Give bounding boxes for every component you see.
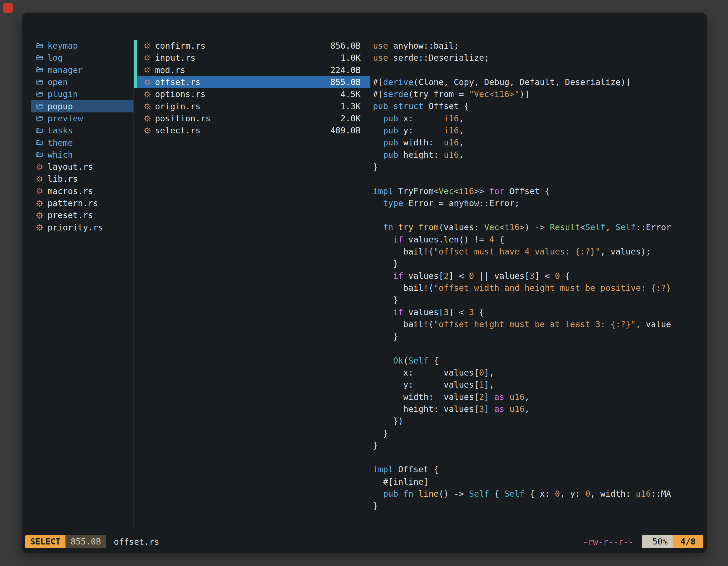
parent-item-theme[interactable]: theme [31, 137, 133, 149]
code-line: if values[3] < 3 { [373, 306, 707, 318]
file-row-mod.rs[interactable]: mod.rs224.0B [137, 64, 370, 76]
code-line: use anyhow::bail; [373, 40, 707, 52]
file-name: which [48, 150, 73, 160]
file-name: open [48, 77, 68, 87]
selection-mark [134, 76, 137, 88]
parent-item-open[interactable]: open [31, 76, 133, 88]
recording-indicator [3, 3, 13, 13]
file-name: priority.rs [48, 223, 103, 233]
code-line: pub struct Offset { [373, 100, 707, 112]
file-row-origin.rs[interactable]: origin.rs1.3K [137, 100, 370, 112]
parent-item-lib.rs[interactable]: lib.rs [31, 173, 133, 185]
status-filename: offset.rs [114, 537, 159, 547]
code-line: } [373, 294, 707, 306]
selection-mark [134, 64, 137, 76]
code-line: } [373, 330, 707, 342]
file-size: 2.0K [340, 114, 361, 123]
code-line: } [373, 161, 707, 173]
file-name: layout.rs [48, 162, 93, 172]
file-size: 855.0B [330, 77, 361, 87]
code-line: } [373, 427, 707, 439]
code-line: pub width: u16, [373, 137, 707, 149]
rust-file-icon [143, 127, 151, 135]
code-line: if values.len() != 4 { [373, 234, 707, 246]
rust-file-icon [36, 200, 44, 207]
code-line: } [373, 258, 707, 270]
code-line: bail!("offset must have 4 values: {:?}",… [373, 246, 707, 258]
parent-item-preview[interactable]: preview [31, 112, 133, 125]
parent-item-priority.rs[interactable]: priority.rs [31, 221, 133, 233]
code-line: #[derive(Clone, Copy, Debug, Default, De… [373, 76, 707, 88]
parent-item-plugin[interactable]: plugin [31, 88, 133, 100]
rust-file-icon [36, 187, 44, 195]
parent-item-tasks[interactable]: tasks [31, 125, 133, 137]
code-line: impl TryFrom<Vec<i16>> for Offset { [373, 185, 707, 197]
code-line: fn try_from(values: Vec<i16>) -> Result<… [373, 221, 707, 233]
rust-file-icon [143, 102, 151, 110]
file-name: macros.rs [48, 186, 93, 196]
file-name: input.rs [155, 53, 196, 63]
status-right: -rw-r--r-- 50% 4/8 [583, 535, 703, 548]
selection-mark [134, 52, 137, 64]
parent-item-manager[interactable]: manager [31, 64, 133, 76]
file-name: confirm.rs [155, 41, 206, 51]
code-line: y: values[1], [373, 379, 707, 391]
code-line: use serde::Deserialize; [373, 52, 707, 64]
parent-item-pattern.rs[interactable]: pattern.rs [31, 197, 133, 209]
code-line: #[serde(try_from = "Vec<i16>")] [373, 88, 707, 100]
parent-item-log[interactable]: log [31, 52, 133, 64]
parent-item-preset.rs[interactable]: preset.rs [31, 209, 133, 221]
code-line [373, 209, 707, 221]
preview-pane[interactable]: use anyhow::bail;use serde::Deserialize;… [370, 40, 707, 529]
folder-open-icon [36, 78, 44, 86]
status-bar: SELECT 855.0B offset.rs -rw-r--r-- 50% 4… [22, 535, 707, 548]
file-name: theme [48, 138, 73, 148]
code-line: pub height: u16, [373, 149, 707, 161]
file-name: preset.rs [48, 210, 93, 220]
file-name: tasks [48, 126, 73, 135]
file-name: popup [48, 102, 73, 111]
parent-item-keymap[interactable]: keymap [31, 40, 133, 52]
code-line: #[inline] [373, 476, 707, 488]
file-row-input.rs[interactable]: input.rs1.0K [137, 52, 370, 64]
folder-open-icon [36, 42, 44, 50]
selection-mark [134, 40, 137, 52]
code-line: pub x: i16, [373, 112, 707, 125]
rust-file-icon [36, 175, 44, 183]
code-line [373, 64, 707, 76]
file-name: mod.rs [155, 65, 185, 75]
rust-file-icon [36, 212, 44, 219]
rust-file-icon [143, 78, 151, 86]
code-line: pub y: i16, [373, 125, 707, 137]
code-line: pub fn line() -> Self { Self { x: 0, y: … [373, 488, 707, 500]
folder-open-icon [36, 139, 44, 147]
file-name: select.rs [155, 126, 201, 135]
file-name: offset.rs [155, 77, 201, 87]
rust-file-icon [143, 90, 151, 98]
file-row-offset.rs[interactable]: offset.rs855.0B [137, 76, 370, 88]
file-permissions: -rw-r--r-- [583, 537, 633, 547]
code-line [373, 173, 707, 185]
current-pane[interactable]: confirm.rs856.0Binput.rs1.0Kmod.rs224.0B… [134, 40, 370, 529]
file-row-position.rs[interactable]: position.rs2.0K [137, 112, 370, 125]
file-size-badge: 855.0B [65, 535, 106, 548]
file-name: options.rs [155, 89, 206, 99]
file-row-options.rs[interactable]: options.rs4.5K [137, 88, 370, 100]
code-line: Ok(Self { [373, 354, 707, 366]
file-size: 489.0B [330, 126, 361, 135]
rust-file-icon [143, 66, 151, 74]
code-line: type Error = anyhow::Error; [373, 197, 707, 209]
parent-item-layout.rs[interactable]: layout.rs [31, 161, 133, 173]
parent-item-popup[interactable]: popup [31, 100, 133, 112]
folder-open-icon [36, 90, 44, 98]
parent-pane[interactable]: keymaplogmanageropenpluginpopuppreviewta… [22, 40, 134, 529]
file-row-select.rs[interactable]: select.rs489.0B [137, 125, 370, 137]
panes-container: keymaplogmanageropenpluginpopuppreviewta… [22, 13, 707, 529]
code-line: x: values[0], [373, 366, 707, 379]
parent-item-which[interactable]: which [31, 149, 133, 161]
cursor-position-badge: 4/8 [673, 535, 703, 548]
rust-file-icon [143, 42, 151, 50]
parent-item-macros.rs[interactable]: macros.rs [31, 185, 133, 197]
file-row-confirm.rs[interactable]: confirm.rs856.0B [137, 40, 370, 52]
mode-badge: SELECT [25, 535, 65, 548]
